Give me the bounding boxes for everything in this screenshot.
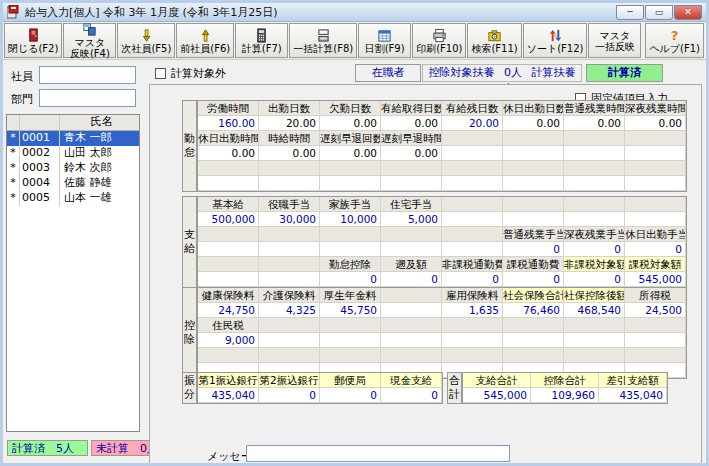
grid-value-cell[interactable]: 435,040 — [198, 388, 259, 403]
grid-value-cell[interactable]: 24,500 — [625, 303, 686, 318]
grid-value-cell[interactable] — [320, 176, 381, 191]
exclude-calc-checkbox[interactable]: 計算対象外 — [155, 66, 226, 81]
employee-row[interactable]: *0003鈴木 次郎 — [7, 161, 139, 176]
grid-value-cell[interactable]: 545,000 — [463, 388, 531, 403]
grid-value-cell[interactable]: 0.00 — [564, 116, 625, 131]
grid-value-cell[interactable]: 0.00 — [320, 116, 381, 131]
grid-value-cell[interactable]: 0 — [503, 242, 564, 257]
grid-value-cell[interactable] — [503, 333, 564, 348]
grid-value-cell[interactable] — [625, 333, 686, 348]
grid-value-cell[interactable]: 20.00 — [442, 116, 503, 131]
grid-value-cell[interactable]: 45,750 — [320, 303, 381, 318]
grid-value-cell[interactable] — [198, 242, 259, 257]
grid-value-cell[interactable]: 0.00 — [381, 116, 442, 131]
grid-value-cell[interactable] — [564, 333, 625, 348]
toolbar-button-search[interactable]: 検索(F11) — [467, 23, 521, 58]
grid-value-cell[interactable]: 545,000 — [625, 272, 686, 287]
grid-value-cell[interactable] — [442, 333, 503, 348]
employee-code-input[interactable] — [39, 66, 136, 84]
toolbar-button-print[interactable]: 印刷(F10) — [412, 23, 466, 58]
grid-value-cell[interactable] — [625, 176, 686, 191]
mark-column-header — [7, 115, 20, 130]
grid-value-cell[interactable]: 468,540 — [564, 303, 625, 318]
grid-value-cell[interactable]: 109,960 — [531, 388, 599, 403]
grid-value-cell[interactable] — [198, 272, 259, 287]
grid-value-cell[interactable]: 0 — [625, 242, 686, 257]
dependents-label: 控除対象扶養 — [429, 66, 495, 79]
toolbar-button-daily-split[interactable]: 日割(F9) — [358, 23, 411, 58]
grid-value-cell[interactable] — [564, 146, 625, 161]
grid-value-cell[interactable] — [381, 242, 442, 257]
grid-value-cell[interactable]: 160.00 — [198, 116, 259, 131]
grid-value-cell[interactable] — [381, 303, 442, 318]
grid-value-cell[interactable] — [503, 212, 564, 227]
grid-value-cell[interactable] — [381, 176, 442, 191]
grid-value-cell[interactable]: 20.00 — [259, 116, 320, 131]
grid-value-cell[interactable]: 0 — [320, 388, 381, 403]
maximize-button[interactable]: ▭ — [645, 5, 673, 20]
grid-value-cell[interactable]: 4,325 — [259, 303, 320, 318]
employee-row[interactable]: *0004佐藤 静雄 — [7, 176, 139, 191]
grid-value-cell[interactable] — [259, 176, 320, 191]
toolbar-button-help[interactable]: ?ヘルプ(F1) — [645, 23, 704, 58]
toolbar-button-prev-employee[interactable]: 前社員(F6) — [176, 23, 234, 58]
grid-value-cell[interactable] — [503, 146, 564, 161]
grid-value-cell[interactable] — [259, 333, 320, 348]
grid-value-cell[interactable] — [564, 176, 625, 191]
department-code-input[interactable] — [39, 89, 136, 107]
grid-value-cell[interactable]: 5,000 — [381, 212, 442, 227]
grid-value-cell[interactable] — [381, 333, 442, 348]
grid-value-cell[interactable]: 9,000 — [198, 333, 259, 348]
grid-value-cell[interactable]: 0.00 — [320, 146, 381, 161]
grid-value-cell[interactable] — [564, 212, 625, 227]
grid-value-cell[interactable] — [442, 176, 503, 191]
grid-value-cell[interactable] — [442, 212, 503, 227]
grid-value-cell[interactable]: 0.00 — [259, 146, 320, 161]
close-window-button[interactable]: ✕ — [674, 5, 702, 20]
grid-value-cell[interactable]: 24,750 — [198, 303, 259, 318]
grid-value-cell[interactable]: 0.00 — [381, 146, 442, 161]
grid-value-cell[interactable]: 0 — [442, 272, 503, 287]
toolbar-button-next-employee[interactable]: 次社員(F5) — [117, 23, 175, 58]
toolbar-button-master-batch-reflect[interactable]: マスタ一括反映 — [588, 23, 641, 58]
grid-value-cell[interactable]: 0.00 — [503, 116, 564, 131]
grid-value-cell[interactable]: 0 — [259, 388, 320, 403]
toolbar-button-master-reflect[interactable]: マスタ反映(F4) — [63, 23, 116, 58]
grid-value-cell[interactable]: 10,000 — [320, 212, 381, 227]
toolbar-button-close[interactable]: 閉じる(F2) — [4, 23, 62, 58]
grid-value-cell[interactable] — [259, 272, 320, 287]
grid-value-cell[interactable] — [503, 176, 564, 191]
employee-row[interactable]: *0002山田 太郎 — [7, 146, 139, 161]
grid-value-cell[interactable]: 1,635 — [442, 303, 503, 318]
toolbar-button-batch-calculate[interactable]: 一括計算(F8) — [289, 23, 357, 58]
grid-value-cell[interactable] — [320, 333, 381, 348]
employee-row[interactable]: *0005山本 一雄 — [7, 191, 139, 206]
grid-value-cell[interactable]: 435,040 — [599, 388, 667, 403]
grid-value-cell[interactable]: 0 — [320, 272, 381, 287]
grid-header-cell: 遡及額 — [381, 257, 442, 272]
grid-value-cell[interactable]: 500,000 — [198, 212, 259, 227]
grid-value-cell[interactable] — [442, 242, 503, 257]
grid-value-cell[interactable] — [625, 212, 686, 227]
grid-value-cell[interactable]: 0 — [564, 272, 625, 287]
grid-value-cell[interactable]: 0 — [381, 388, 442, 403]
grid-value-cell[interactable] — [259, 242, 320, 257]
grid-value-cell[interactable]: 30,000 — [259, 212, 320, 227]
toolbar-button-calculate[interactable]: 計算(F7) — [235, 23, 288, 58]
grid-value-cell[interactable] — [442, 146, 503, 161]
grid-value-cell[interactable]: 0 — [381, 272, 442, 287]
grid-header-cell — [442, 131, 503, 146]
minimize-button[interactable]: ─ — [616, 5, 644, 20]
grid-value-cell[interactable] — [198, 176, 259, 191]
employee-row[interactable]: *0001青木 一郎 — [7, 131, 139, 146]
grid-value-cell[interactable]: 0.00 — [625, 116, 686, 131]
toolbar-button-sort[interactable]: ソート(F12) — [523, 23, 588, 58]
grid-header-cell — [625, 348, 686, 363]
grid-value-cell[interactable] — [320, 242, 381, 257]
grid-value-cell[interactable]: 0 — [503, 272, 564, 287]
grid-value-cell[interactable]: 0.00 — [198, 146, 259, 161]
message-input[interactable] — [246, 445, 510, 462]
grid-value-cell[interactable]: 0 — [564, 242, 625, 257]
grid-value-cell[interactable]: 76,460 — [503, 303, 564, 318]
grid-value-cell[interactable] — [625, 146, 686, 161]
